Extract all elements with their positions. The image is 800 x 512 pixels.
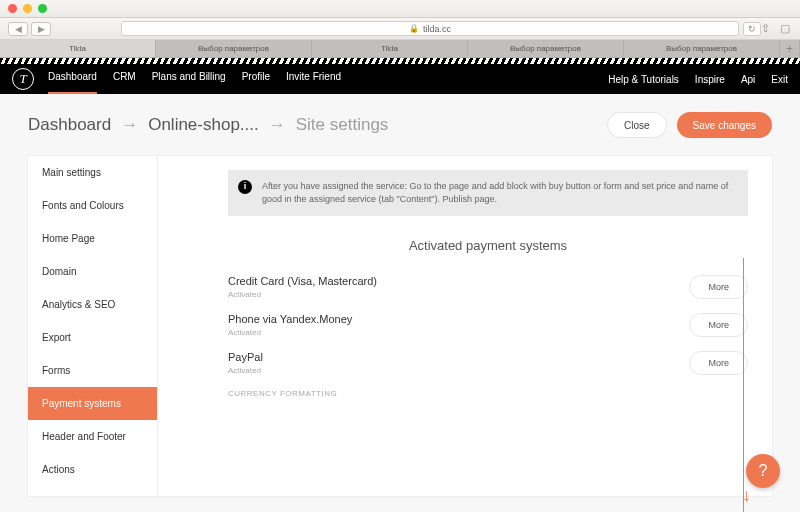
browser-tab[interactable]: Tilda — [0, 40, 156, 57]
browser-tab[interactable]: Выбор параметров — [468, 40, 624, 57]
browser-tabbar: TildaВыбор параметровTildaВыбор параметр… — [0, 40, 800, 58]
window-zoom-dot[interactable] — [38, 4, 47, 13]
chevron-right-icon: → — [121, 115, 138, 135]
payment-name: PayPal — [228, 351, 263, 363]
close-button[interactable]: Close — [607, 112, 667, 138]
nav-dashboard[interactable]: Dashboard — [48, 71, 97, 88]
payment-status: Activated — [228, 366, 263, 375]
payment-status: Activated — [228, 290, 377, 299]
info-icon: i — [238, 180, 252, 194]
browser-toolbar: ◀ ▶ 🔒 tilda.cc ↻ ⇧ ▢ — [0, 18, 800, 40]
nav-plans-and-billing[interactable]: Plans and Billing — [152, 71, 226, 88]
nav-crm[interactable]: CRM — [113, 71, 136, 88]
nav-help-tutorials[interactable]: Help & Tutorials — [608, 74, 679, 85]
window-close-dot[interactable] — [8, 4, 17, 13]
sidebar-item-payment-systems[interactable]: Payment systems — [28, 387, 157, 420]
address-bar[interactable]: 🔒 tilda.cc — [121, 21, 739, 36]
nav-profile[interactable]: Profile — [242, 71, 270, 88]
lock-icon: 🔒 — [409, 24, 419, 33]
nav-inspire[interactable]: Inspire — [695, 74, 725, 85]
payment-row: Phone via Yandex.MoneyActivatedMore — [228, 313, 748, 337]
back-button[interactable]: ◀ — [8, 22, 28, 36]
nav-invite-friend[interactable]: Invite Friend — [286, 71, 341, 88]
window-titlebar — [0, 0, 800, 18]
settings-sidebar: Main settingsFonts and ColoursHome PageD… — [28, 156, 158, 496]
payment-status: Activated — [228, 328, 352, 337]
help-fab[interactable]: ? — [746, 454, 780, 488]
browser-tab[interactable]: Выбор параметров — [624, 40, 780, 57]
breadcrumb: Dashboard → Online-shop.... → Site setti… — [28, 115, 388, 135]
payment-row: Credit Card (Visa, Mastercard)ActivatedM… — [228, 275, 748, 299]
sidebar-item-actions[interactable]: Actions — [28, 453, 157, 486]
payment-name: Phone via Yandex.Money — [228, 313, 352, 325]
sidebar-item-analytics-seo[interactable]: Analytics & SEO — [28, 288, 157, 321]
browser-tab[interactable]: Tilda — [312, 40, 468, 57]
forward-button[interactable]: ▶ — [31, 22, 51, 36]
info-banner-text: After you have assigned the service: Go … — [262, 181, 728, 204]
breadcrumb-project[interactable]: Online-shop.... — [148, 115, 259, 135]
address-bar-host: tilda.cc — [423, 24, 451, 34]
chevron-right-icon: → — [269, 115, 286, 135]
info-banner: i After you have assigned the service: G… — [228, 170, 748, 216]
settings-main: i After you have assigned the service: G… — [158, 156, 772, 496]
reload-button[interactable]: ↻ — [743, 22, 761, 36]
nav-exit[interactable]: Exit — [771, 74, 788, 85]
sidebar-item-domain[interactable]: Domain — [28, 255, 157, 288]
sidebar-item-header-and-footer[interactable]: Header and Footer — [28, 420, 157, 453]
settings-panel: Main settingsFonts and ColoursHome PageD… — [28, 156, 772, 496]
browser-tab[interactable]: Выбор параметров — [156, 40, 312, 57]
logo-icon[interactable]: T — [12, 68, 34, 90]
more-button[interactable]: More — [689, 313, 748, 337]
sidebar-item-export[interactable]: Export — [28, 321, 157, 354]
more-button[interactable]: More — [689, 275, 748, 299]
annotation-line — [743, 258, 744, 512]
arrow-down-icon: ↓ — [742, 485, 751, 506]
sidebar-item-forms[interactable]: Forms — [28, 354, 157, 387]
new-tab-button[interactable]: + — [780, 40, 800, 57]
app-nav: T DashboardCRMPlans and BillingProfileIn… — [0, 64, 800, 94]
section-title: Activated payment systems — [228, 238, 748, 253]
sidebar-item-fonts-and-colours[interactable]: Fonts and Colours — [28, 189, 157, 222]
breadcrumb-dashboard[interactable]: Dashboard — [28, 115, 111, 135]
breadcrumb-current: Site settings — [296, 115, 389, 135]
payment-name: Credit Card (Visa, Mastercard) — [228, 275, 377, 287]
sidebar-item-main-settings[interactable]: Main settings — [28, 156, 157, 189]
more-button[interactable]: More — [689, 351, 748, 375]
payment-row: PayPalActivatedMore — [228, 351, 748, 375]
sidebar-item-home-page[interactable]: Home Page — [28, 222, 157, 255]
nav-api[interactable]: Api — [741, 74, 755, 85]
share-icon[interactable]: ⇧ — [761, 22, 770, 35]
window-minimize-dot[interactable] — [23, 4, 32, 13]
currency-formatting-header: CURRENCY FORMATTING — [228, 389, 748, 398]
tabs-icon[interactable]: ▢ — [780, 22, 790, 35]
save-button[interactable]: Save changes — [677, 112, 772, 138]
